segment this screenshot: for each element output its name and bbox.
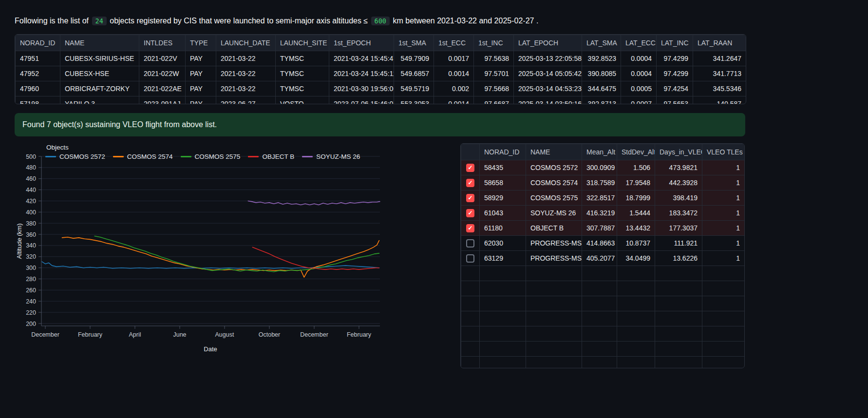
cell: 549.7909	[394, 51, 434, 66]
cell: 177.3037	[655, 221, 702, 236]
cell: 18.7999	[617, 190, 655, 206]
column-header-intldes[interactable]: INTLDES	[139, 35, 186, 51]
cell: 61043	[480, 206, 526, 221]
cell: PAY	[186, 81, 216, 96]
cell: 17.9548	[617, 175, 655, 190]
legend-item-object-b[interactable]: OBJECT B	[248, 153, 294, 160]
legend-swatch	[113, 156, 124, 157]
y-tick-label: 280	[26, 276, 36, 283]
legend-item-cosmos-2574[interactable]: COSMOS 2574	[113, 153, 173, 160]
row-checkbox[interactable]: ✓	[466, 224, 474, 232]
empty-cell	[655, 311, 702, 326]
cell: 97.5638	[474, 51, 514, 66]
cell: 300.0909	[582, 160, 617, 175]
column-header-lat_raan[interactable]: LAT_RAAN	[693, 35, 746, 51]
cell: 97.5668	[474, 81, 514, 96]
row-checkbox[interactable]: ✓	[466, 194, 474, 202]
cell: 0.0014	[434, 66, 474, 81]
cell: TYMSC	[276, 66, 329, 81]
vleo-table-row: 63129PROGRESS-MS 30405.207734.049913.622…	[461, 251, 745, 266]
column-header-norad_id[interactable]: NORAD_ID	[16, 35, 60, 51]
column-header-lat_epoch[interactable]: LAT_EPOCH	[514, 35, 582, 51]
row-checkbox[interactable]: ✓	[466, 164, 474, 172]
cell: 405.2077	[582, 251, 617, 266]
cell: 140.587	[693, 96, 746, 105]
y-tick-label: 320	[26, 253, 36, 260]
y-tick-label: 440	[26, 187, 36, 193]
y-tick-label: 400	[26, 209, 36, 216]
empty-cell	[526, 342, 582, 357]
altitude-chart: Objects COSMOS 2572COSMOS 2574COSMOS 257…	[15, 142, 392, 361]
x-tick-label: April	[129, 331, 141, 338]
column-header-mean_alt[interactable]: Mean_Alt	[582, 144, 617, 160]
cell: 0.0017	[434, 51, 474, 66]
x-tick-label: October	[259, 331, 280, 338]
vleo-table-row: 62030PROGRESS-MS 29414.866310.8737111.92…	[461, 236, 745, 251]
checkbox-cell: ✓	[461, 160, 480, 175]
empty-cell	[582, 266, 617, 281]
cell: PAY	[186, 51, 216, 66]
cell: 2021-03-22	[216, 51, 276, 66]
cell: 1	[702, 160, 745, 175]
column-header-launch_site[interactable]: LAUNCH_SITE	[276, 35, 329, 51]
column-header-1st_epoch[interactable]: 1st_EPOCH	[329, 35, 394, 51]
column-header-launch_date[interactable]: LAUNCH_DATE	[216, 35, 276, 51]
cell: 2021-03-24 15:45:11	[329, 66, 394, 81]
launch-table-row: 57198YARILO 32023-091AJPAY2023-06-27VOST…	[16, 96, 746, 105]
x-tick-label: August	[215, 331, 234, 338]
cell: 58435	[480, 160, 526, 175]
empty-cell	[617, 342, 655, 357]
legend-item-cosmos-2572[interactable]: COSMOS 2572	[45, 153, 105, 160]
empty-cell	[582, 296, 617, 311]
empty-cell	[461, 326, 480, 342]
cell: COSMOS 2574	[526, 175, 582, 190]
launch-table-row: 47951CUBESX-SIRIUS-HSE2021-022VPAY2021-0…	[16, 51, 746, 66]
checkbox-cell: ✓	[461, 206, 480, 221]
cell: 1	[702, 206, 745, 221]
cell: 1	[702, 236, 745, 251]
cell: TYMSC	[276, 51, 329, 66]
y-tick-label: 220	[26, 309, 36, 316]
cell: 183.3472	[655, 206, 702, 221]
column-header-norad_id[interactable]: NORAD_ID	[480, 144, 526, 160]
column-header-days_in_vleo[interactable]: Days_in_VLEO	[655, 144, 702, 160]
x-tick-label: February	[347, 331, 372, 338]
empty-cell	[617, 311, 655, 326]
column-header-lat_ecc[interactable]: LAT_ECC	[621, 35, 657, 51]
launch-objects-table: NORAD_IDNAMEINTLDESTYPELAUNCH_DATELAUNCH…	[15, 34, 746, 104]
empty-cell	[480, 311, 526, 326]
column-header-lat_sma[interactable]: LAT_SMA	[582, 35, 621, 51]
empty-row	[461, 326, 745, 342]
empty-cell	[461, 342, 480, 357]
row-checkbox[interactable]: ✓	[466, 179, 474, 187]
column-header-type[interactable]: TYPE	[186, 35, 216, 51]
column-header-stddev_alt[interactable]: StdDev_Alt	[617, 144, 655, 160]
y-tick-label: 340	[26, 242, 36, 249]
cell: 473.9821	[655, 160, 702, 175]
cell: PROGRESS-MS 30	[526, 251, 582, 266]
cell: 414.8663	[582, 236, 617, 251]
legend-item-cosmos-2575[interactable]: COSMOS 2575	[181, 153, 241, 160]
cell: 344.6475	[582, 81, 621, 96]
cell: PROGRESS-MS 29	[526, 236, 582, 251]
row-checkbox[interactable]	[466, 239, 474, 247]
column-header-vleo-tles-ratio[interactable]: VLEO TLEs Ratio	[702, 144, 745, 160]
empty-cell	[526, 266, 582, 281]
launch-table-row: 47952CUBESX-HSE2021-022WPAY2021-03-22TYM…	[16, 66, 746, 81]
row-checkbox[interactable]: ✓	[466, 209, 474, 217]
column-header-1st_inc[interactable]: 1st_INC	[474, 35, 514, 51]
cell: 2023-091AJ	[139, 96, 186, 105]
intro-prefix: Following is the list of	[15, 17, 89, 25]
legend-item-soyuz-ms-26[interactable]: SOYUZ-MS 26	[302, 153, 360, 160]
cell: COSMOS 2572	[526, 160, 582, 175]
column-header-1st_sma[interactable]: 1st_SMA	[394, 35, 434, 51]
column-header-name[interactable]: NAME	[60, 35, 139, 51]
chart-legend: COSMOS 2572COSMOS 2574COSMOS 2575OBJECT …	[45, 153, 360, 160]
empty-cell	[702, 281, 745, 296]
row-checkbox[interactable]	[466, 254, 474, 263]
y-tick-label: 200	[26, 321, 36, 327]
column-header-1st_ecc[interactable]: 1st_ECC	[434, 35, 474, 51]
column-header-lat_inc[interactable]: LAT_INC	[657, 35, 693, 51]
column-header-name[interactable]: NAME	[526, 144, 582, 160]
cell: CUBESX-SIRIUS-HSE	[60, 51, 139, 66]
